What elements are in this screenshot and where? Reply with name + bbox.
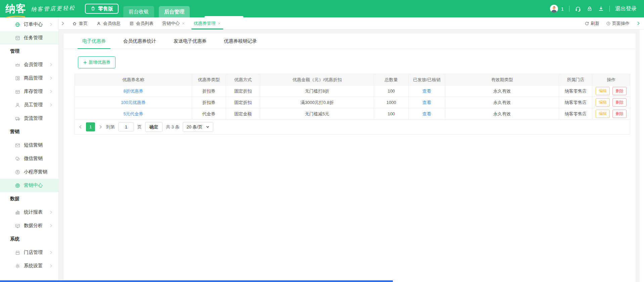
sidebar-item[interactable]: 短信营销	[0, 138, 58, 152]
page-size-select[interactable]: 20 条/页	[183, 122, 213, 132]
header-mode-nav: 前台收银后台管理	[123, 6, 190, 17]
chevron-right-icon	[49, 264, 53, 268]
column-header: 已发放/已核销	[409, 74, 445, 86]
plus-icon	[83, 60, 87, 65]
page-tab[interactable]: 会员列表	[125, 17, 158, 29]
inventory-icon	[15, 89, 20, 95]
page-1-button[interactable]: 1	[86, 122, 95, 131]
sidebar-section-label: 营销	[0, 125, 58, 138]
edit-button[interactable]: 编辑	[596, 87, 610, 95]
page-tab[interactable]: 营销中心	[158, 17, 189, 29]
refresh-button[interactable]: 刷新	[585, 20, 599, 26]
table-row: 5元代金券代金券固定金额无门槛减5元100查看永久有效纳客零售店编辑删除	[75, 108, 630, 120]
coupon-table-zone: 优惠券名称优惠券类型优惠方式优惠金额（元）/优惠折扣总数量已发放/已核销有效期类…	[75, 74, 630, 134]
prev-page-chevron[interactable]	[78, 125, 83, 129]
coupon-tab[interactable]: 优惠券核销记录	[219, 38, 262, 49]
sidebar-section-label: 系统	[0, 232, 58, 246]
headset-icon	[575, 6, 581, 12]
sidebar-item[interactable]: 数据分析	[0, 219, 58, 232]
page-actions-button[interactable]: 页面操作	[606, 20, 630, 26]
headset-icon[interactable]	[575, 6, 581, 12]
expand-chevron-icon[interactable]	[636, 21, 641, 25]
validity-cell: 永久有效	[445, 97, 559, 108]
delete-button[interactable]: 删除	[612, 110, 627, 118]
lock-icon[interactable]	[587, 6, 593, 12]
sidebar-item[interactable]: 会员管理	[0, 58, 58, 71]
sidebar-item[interactable]: 统计报表	[0, 206, 58, 219]
delete-button[interactable]: 删除	[612, 98, 627, 107]
sidebar-item[interactable]: 系统设置	[0, 259, 58, 273]
page-tab[interactable]: 优惠券管理	[189, 17, 225, 29]
view-link[interactable]: 查看	[422, 89, 431, 94]
sidebar-item[interactable]: 库存管理	[0, 85, 58, 98]
sidebar-collapse-chevron[interactable]	[60, 21, 65, 26]
lock-icon	[587, 6, 593, 12]
page-unit-label: 页	[137, 124, 142, 130]
store-cell: 纳客零售店	[559, 108, 592, 120]
sidebar-item[interactable]: 门店管理	[0, 246, 58, 259]
content-area: 首页会员信息会员列表营销中心优惠券管理 刷新 页面操作 电子优惠券会员优惠券统计…	[59, 17, 644, 282]
sidebar-item[interactable]: 员工管理	[0, 98, 58, 112]
validity-cell: 永久有效	[445, 108, 559, 120]
edit-button[interactable]: 编辑	[596, 110, 610, 118]
avatar-icon	[550, 4, 558, 13]
coupon-tab[interactable]: 发送电子优惠券	[169, 38, 211, 49]
delete-button[interactable]: 删除	[612, 87, 627, 95]
logout-button[interactable]: 退出登录	[615, 5, 637, 12]
store-icon	[15, 250, 20, 256]
edition-button[interactable]: 零售版	[85, 4, 119, 14]
chevron-right-icon	[49, 22, 53, 26]
confirm-page-button[interactable]: 确定	[145, 122, 163, 132]
amount-cell: 无门槛减5元	[260, 108, 374, 120]
goto-page-input[interactable]	[118, 122, 134, 131]
discount-method-cell: 固定折扣	[226, 97, 260, 108]
page-tab[interactable]: 会员信息	[92, 17, 125, 29]
view-link[interactable]: 查看	[422, 100, 431, 105]
logo-accent-swoosh	[6, 13, 26, 19]
bag-icon	[90, 6, 96, 12]
coupon-tab[interactable]: 电子优惠券	[78, 38, 110, 49]
coupon-name-link[interactable]: 8折优惠券	[123, 89, 143, 94]
header-nav-backoffice[interactable]: 后台管理	[159, 6, 190, 17]
close-icon[interactable]	[218, 22, 221, 25]
miniprogram-icon	[15, 169, 20, 175]
coupon-name-link[interactable]: 100元优惠券	[121, 100, 146, 105]
coupon-tabs: 电子优惠券会员优惠券统计发送电子优惠券优惠券核销记录	[64, 34, 636, 49]
goods-icon	[15, 75, 20, 81]
view-link[interactable]: 查看	[422, 111, 431, 116]
scrollbar-rail[interactable]	[640, 30, 644, 282]
table-row: 100元优惠券折扣券固定折扣满3000元打0.8折1000查看永久有效纳客零售店…	[75, 97, 630, 108]
sidebar-item[interactable]: 货流管理	[0, 112, 58, 125]
sidebar-item[interactable]: 小程序营销	[0, 165, 58, 179]
sms-icon	[15, 143, 20, 148]
edit-button[interactable]: 编辑	[596, 98, 610, 107]
next-page-chevron[interactable]	[98, 125, 103, 129]
sidebar-item[interactable]: 微信营销	[0, 152, 58, 165]
coupon-tab[interactable]: 会员优惠券统计	[119, 38, 161, 49]
clock-icon	[606, 21, 611, 26]
sidebar-item[interactable]: 营销中心	[0, 179, 58, 192]
download-icon[interactable]	[598, 6, 604, 12]
store-cell: 纳客零售店	[559, 97, 592, 108]
add-coupon-button[interactable]: 新增优惠券	[78, 56, 116, 68]
avatar[interactable]	[550, 4, 558, 13]
task-icon	[15, 35, 20, 41]
sidebar-item[interactable]: 订单中心	[0, 18, 58, 31]
user-count: 1	[561, 6, 564, 12]
coupon-name-link[interactable]: 5元代金券	[123, 111, 143, 116]
coupon-type-cell: 折扣券	[192, 86, 226, 97]
coupon-table: 优惠券名称优惠券类型优惠方式优惠金额（元）/优惠折扣总数量已发放/已核销有效期类…	[75, 74, 630, 120]
page-tab[interactable]: 首页	[68, 17, 92, 29]
active-tab-indicator	[204, 16, 243, 17]
sidebar-item[interactable]: 任务管理	[0, 31, 58, 45]
total-count-label: 共 3 条	[166, 124, 179, 130]
wechat-icon	[15, 156, 20, 162]
header-nav-cashier[interactable]: 前台收银	[123, 6, 154, 17]
chart-icon	[15, 210, 20, 215]
close-icon[interactable]	[182, 22, 185, 25]
bag-icon	[90, 6, 96, 11]
column-header: 优惠券类型	[192, 74, 226, 86]
sidebar-item[interactable]: 商品管理	[0, 71, 58, 85]
sidebar-section-label: 管理	[0, 45, 58, 58]
discount-method-cell: 固定金额	[226, 108, 260, 120]
